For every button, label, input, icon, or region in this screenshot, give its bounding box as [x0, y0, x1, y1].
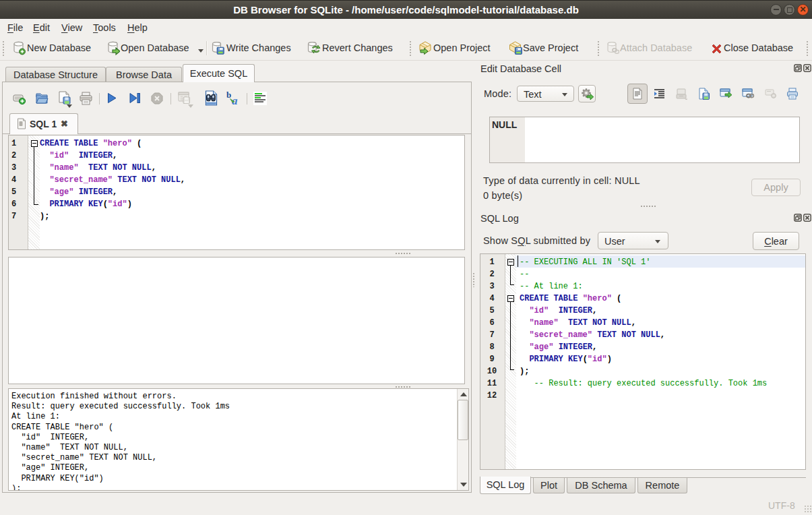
svg-text:b: b [226, 90, 231, 100]
svg-text:a: a [232, 94, 238, 106]
